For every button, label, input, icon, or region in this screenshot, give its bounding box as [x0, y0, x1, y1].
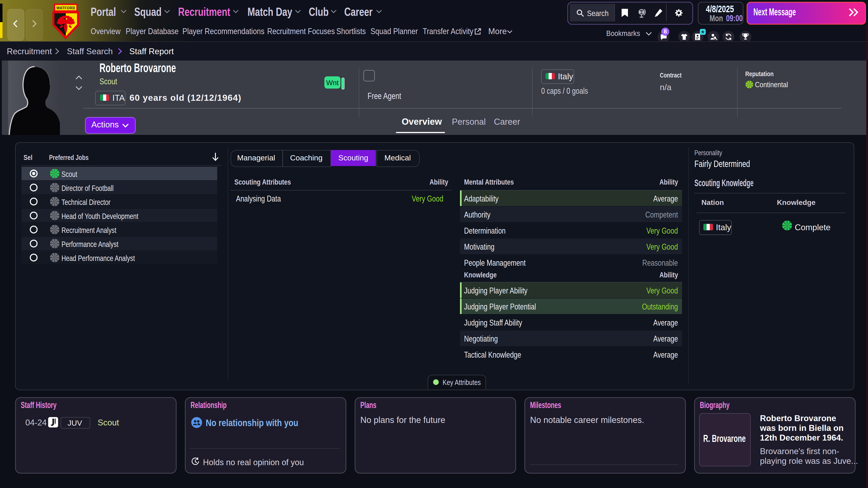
- svg-text:WATFORD: WATFORD: [56, 6, 75, 10]
